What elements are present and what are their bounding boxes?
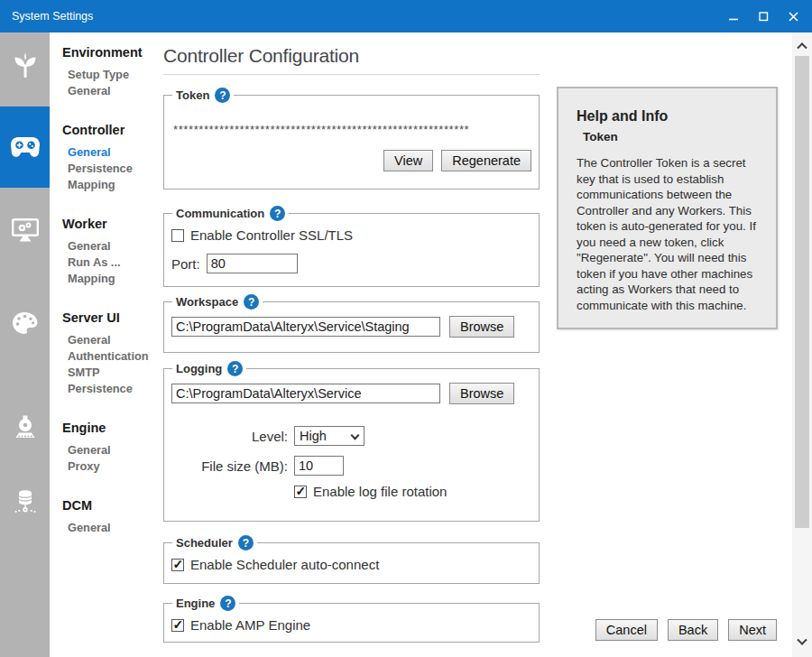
next-button[interactable]: Next <box>728 619 777 641</box>
close-button[interactable] <box>779 0 808 32</box>
nav-header-server-ui: Server UI <box>62 310 158 325</box>
back-button[interactable]: Back <box>668 619 718 641</box>
minimize-button[interactable] <box>719 0 749 32</box>
sidebar-item-engine[interactable] <box>0 386 50 467</box>
communication-help-icon[interactable]: ? <box>270 206 285 221</box>
nav-header-engine: Engine <box>62 421 158 435</box>
help-panel: Help and Info Token The Controller Token… <box>557 87 778 329</box>
workspace-section-label: Workspace <box>176 295 238 309</box>
chevron-up-icon <box>797 42 807 52</box>
nav-item-engine-general[interactable]: General <box>68 442 158 458</box>
scheduler-section-label: Scheduler <box>176 536 233 550</box>
nav-item-worker-general[interactable]: General <box>68 238 158 254</box>
nav-item-setup-type[interactable]: Setup Type <box>68 67 158 83</box>
logging-section: Logging ? Browse Level: High File size (… <box>163 361 540 522</box>
token-masked-value: ****************************************… <box>173 123 531 136</box>
nav-item-controller-general[interactable]: General <box>68 144 158 161</box>
file-size-input[interactable] <box>294 456 344 476</box>
communication-section-label: Communication <box>176 207 264 220</box>
help-panel-subtitle: Token <box>583 130 761 143</box>
log-level-select[interactable]: High <box>294 426 364 446</box>
nav-group-server-ui: Server UI General Authentication SMTP Pe… <box>62 310 158 397</box>
log-rotation-checkbox[interactable] <box>294 486 307 498</box>
logging-help-icon[interactable]: ? <box>227 361 243 376</box>
enable-ssl-label: Enable Controller SSL/TLS <box>190 227 353 243</box>
nav-menu: Environment Setup Type General Controlle… <box>50 32 158 657</box>
sidebar-item-worker[interactable] <box>0 190 50 271</box>
log-level-label: Level: <box>171 429 288 444</box>
vertical-scrollbar[interactable] <box>792 32 812 657</box>
scheduler-autoconnect-checkbox[interactable] <box>171 559 184 571</box>
nav-header-environment: Environment <box>62 45 158 60</box>
workspace-help-icon[interactable]: ? <box>244 294 259 310</box>
nav-group-controller: Controller General Persistence Mapping <box>62 123 158 193</box>
amp-engine-label: Enable AMP Engine <box>190 617 310 633</box>
port-input[interactable] <box>207 254 298 273</box>
nav-header-worker: Worker <box>62 217 158 231</box>
help-panel-title: Help and Info <box>577 108 761 125</box>
nav-header-dcm: DCM <box>62 498 158 513</box>
minimize-icon <box>729 12 739 22</box>
scroll-down-button[interactable] <box>792 634 812 652</box>
workspace-section: Workspace ? Browse <box>163 294 540 353</box>
monitor-gears-icon <box>12 218 39 243</box>
nav-item-server-ui-persistence[interactable]: Persistence <box>68 381 158 397</box>
engine-section: Engine ? Enable AMP Engine <box>163 596 540 643</box>
game-controller-icon <box>10 136 41 158</box>
controller-form: Token ? ********************************… <box>163 88 540 643</box>
engine-help-icon[interactable]: ? <box>220 596 235 611</box>
logging-browse-button[interactable]: Browse <box>449 383 514 404</box>
train-engine-icon <box>14 415 37 440</box>
nav-item-worker-mapping[interactable]: Mapping <box>68 271 158 287</box>
page-title: Controller Configuration <box>163 44 792 68</box>
title-divider <box>163 74 540 75</box>
workspace-browse-button[interactable]: Browse <box>449 316 514 338</box>
nav-item-environment-general[interactable]: General <box>68 83 158 99</box>
nav-item-server-ui-authentication[interactable]: Authentication <box>68 348 158 365</box>
workspace-path-input[interactable] <box>171 317 440 337</box>
scroll-up-button[interactable] <box>792 36 812 54</box>
nav-item-server-ui-smtp[interactable]: SMTP <box>68 365 158 381</box>
scheduler-section: Scheduler ? Enable Scheduler auto-connec… <box>163 535 540 584</box>
window-controls <box>719 0 808 32</box>
token-section-label: Token <box>176 88 209 102</box>
database-connections-icon <box>14 490 37 515</box>
icon-sidebar <box>0 32 50 657</box>
nav-item-engine-proxy[interactable]: Proxy <box>68 458 158 475</box>
sidebar-item-server-ui[interactable] <box>0 282 50 364</box>
engine-section-label: Engine <box>176 597 215 610</box>
footer-buttons: Cancel Back Next <box>595 619 777 641</box>
token-section: Token ? ********************************… <box>163 88 540 190</box>
chevron-down-scroll-icon <box>797 635 807 645</box>
nav-item-controller-mapping[interactable]: Mapping <box>68 177 158 193</box>
scrollbar-thumb[interactable] <box>795 56 809 528</box>
nav-group-worker: Worker General Run As ... Mapping <box>62 217 158 287</box>
scheduler-help-icon[interactable]: ? <box>238 535 254 551</box>
view-token-button[interactable]: View <box>383 150 433 171</box>
nav-item-controller-persistence[interactable]: Persistence <box>68 161 158 177</box>
communication-section: Communication ? Enable Controller SSL/TL… <box>163 206 540 287</box>
chevron-down-icon <box>351 431 360 440</box>
regenerate-token-button[interactable]: Regenerate <box>441 150 531 171</box>
nav-group-environment: Environment Setup Type General <box>62 45 158 99</box>
enable-ssl-checkbox[interactable] <box>171 229 184 242</box>
port-label: Port: <box>171 256 200 272</box>
token-help-icon[interactable]: ? <box>215 88 230 103</box>
amp-engine-checkbox[interactable] <box>171 619 184 632</box>
sidebar-item-dcm[interactable] <box>0 462 50 543</box>
cancel-button[interactable]: Cancel <box>595 619 658 641</box>
nav-item-dcm-general[interactable]: General <box>68 520 158 536</box>
logging-section-label: Logging <box>176 362 222 375</box>
nav-header-controller: Controller <box>62 123 158 137</box>
maximize-icon <box>759 12 769 22</box>
maximize-button[interactable] <box>749 0 779 32</box>
sidebar-item-controller[interactable] <box>0 106 50 188</box>
nav-item-server-ui-general[interactable]: General <box>68 332 158 348</box>
logging-path-input[interactable] <box>171 384 440 403</box>
plant-icon <box>14 52 37 78</box>
help-panel-body: The Controller Token is a secret key tha… <box>577 155 761 313</box>
file-size-label: File size (MB): <box>171 458 288 474</box>
nav-item-worker-run-as[interactable]: Run As ... <box>68 254 158 271</box>
log-rotation-label: Enable log file rotation <box>313 484 447 499</box>
sidebar-item-environment[interactable] <box>0 24 50 106</box>
